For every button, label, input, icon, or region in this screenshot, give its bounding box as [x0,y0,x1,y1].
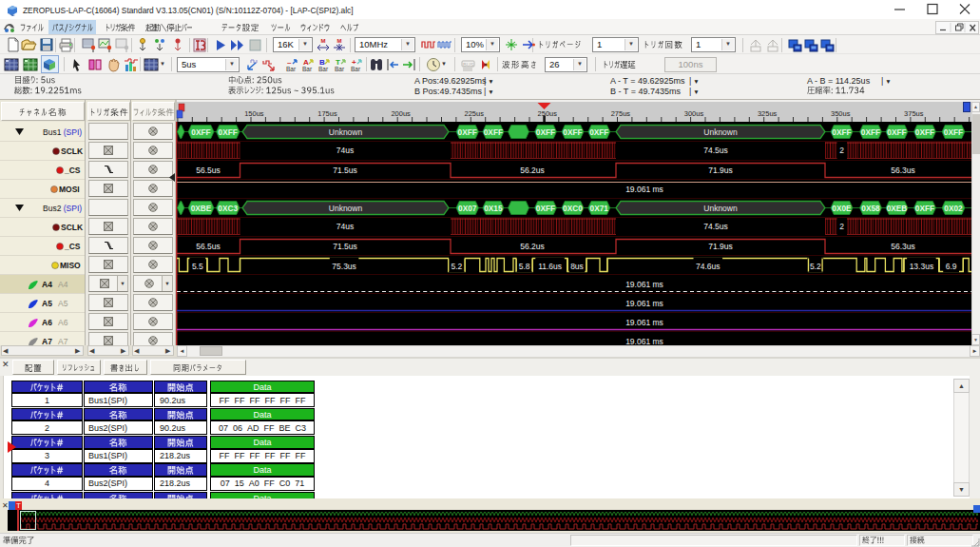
svg-text:Unknown: Unknown [329,127,363,137]
svg-text:71.9us: 71.9us [708,242,733,251]
svg-text:Bar: Bar [286,66,297,72]
svg-text:350us: 350us [831,109,851,118]
svg-text:0XFF: 0XFF [536,127,555,137]
svg-text:225us: 225us [464,109,484,118]
svg-text:5.5: 5.5 [192,262,203,271]
svg-text:Bar: Bar [318,66,329,72]
svg-text:Bar: Bar [335,66,345,72]
svg-text:2: 2 [839,146,844,155]
svg-text:0XFF: 0XFF [861,127,880,137]
svg-text:0XFF: 0XFF [458,127,477,137]
svg-text:0X15: 0X15 [484,204,503,213]
svg-text:0XFF: 0XFF [191,127,210,137]
svg-text:0XFF: 0XFF [915,127,934,137]
svg-text:0XFF: 0XFF [563,127,582,137]
svg-text:56.3us: 56.3us [891,242,915,251]
svg-text:19.061 ms: 19.061 ms [625,318,663,327]
svg-text:74.5us: 74.5us [703,222,728,231]
svg-text:6.9: 6.9 [946,262,957,271]
svg-text:13.3us: 13.3us [910,262,934,271]
svg-text:Unknown: Unknown [329,204,363,213]
svg-text:0XFF: 0XFF [589,127,608,137]
svg-text:M: M [321,38,326,44]
svg-text:19.061 ms: 19.061 ms [625,337,663,345]
svg-text:2: 2 [839,222,844,231]
svg-text:M: M [337,38,342,44]
svg-text:11.6us: 11.6us [538,262,562,271]
svg-text:0XC0: 0XC0 [563,204,583,213]
svg-text:56.5us: 56.5us [196,166,221,175]
svg-text:0X58: 0X58 [861,204,880,213]
svg-text:56.2us: 56.2us [520,166,545,175]
svg-text:5.2: 5.2 [451,262,462,271]
svg-text:56.2us: 56.2us [520,242,545,251]
svg-text:0XFF: 0XFF [536,204,555,213]
svg-text:74us: 74us [336,222,354,231]
svg-text:250us: 250us [538,109,558,118]
svg-text:56.5us: 56.5us [196,242,221,251]
svg-text:0X71: 0X71 [590,204,609,213]
svg-text:74us: 74us [336,146,354,155]
svg-text:5.8: 5.8 [519,262,530,271]
svg-text:74.6us: 74.6us [696,262,721,271]
svg-text:71.5us: 71.5us [333,242,357,251]
svg-text:325us: 325us [758,109,778,118]
svg-text:19.061 ms: 19.061 ms [625,185,663,194]
svg-text:56.3us: 56.3us [891,166,915,175]
svg-text:0X02: 0X02 [944,204,963,213]
svg-text:0XFF: 0XFF [219,127,238,137]
svg-text:74.5us: 74.5us [703,146,728,155]
svg-text:8us: 8us [570,262,584,271]
svg-text:175us: 175us [317,109,337,118]
svg-text:BUS: BUS [463,62,474,68]
svg-text:71.5us: 71.5us [333,166,357,175]
svg-text:0XFF: 0XFF [832,127,851,137]
svg-text:150us: 150us [244,109,264,118]
svg-text:200us: 200us [391,109,411,118]
svg-text:0XFF: 0XFF [484,127,503,137]
svg-text:Bar: Bar [302,66,313,72]
svg-text:75.3us: 75.3us [332,262,356,271]
svg-text:Unknown: Unknown [703,204,738,213]
svg-text:71.9us: 71.9us [708,166,733,175]
svg-text:19.061 ms: 19.061 ms [625,299,663,308]
svg-text:0XC3: 0XC3 [218,204,238,213]
svg-text:0XEB: 0XEB [887,204,908,213]
svg-text:0X0E: 0X0E [832,204,852,213]
svg-text:0XFF: 0XFF [944,127,963,137]
svg-text:0XFF: 0XFF [887,127,906,137]
svg-text:Bar: Bar [351,66,361,72]
svg-text:300us: 300us [684,109,704,118]
svg-text:19.061 ms: 19.061 ms [625,280,663,289]
svg-text:Unknown: Unknown [703,127,738,137]
svg-text:0XFF: 0XFF [915,204,934,213]
svg-text:0X07: 0X07 [458,204,477,213]
svg-text:5.2: 5.2 [810,262,821,271]
svg-text:0XBE: 0XBE [191,204,212,213]
svg-text:375us: 375us [904,109,924,118]
svg-text:275us: 275us [611,109,631,118]
